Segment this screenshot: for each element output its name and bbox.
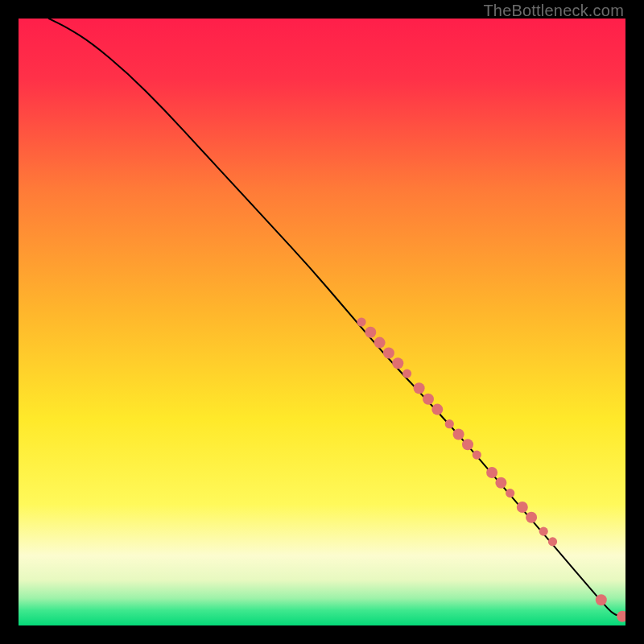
data-marker [506,489,514,497]
chart-svg [19,19,625,625]
data-marker [383,348,394,359]
data-marker [462,439,473,450]
data-marker [357,317,365,326]
data-marker [526,512,537,523]
data-marker [486,467,497,478]
data-marker [414,382,425,394]
data-marker [495,477,506,489]
data-marker [445,419,454,428]
data-marker [402,369,411,378]
data-marker [423,394,434,405]
data-marker [392,357,403,369]
chart-stage: TheBottleneck.com [0,0,644,644]
data-marker [365,327,376,338]
data-marker [473,451,481,460]
data-marker [539,527,548,536]
data-marker [548,537,557,546]
data-marker [453,429,464,440]
data-marker [517,502,528,513]
gradient-background [19,19,625,625]
data-marker [596,594,607,605]
data-marker [431,404,443,415]
plot-area [19,19,625,625]
data-marker [374,337,386,349]
watermark-text: TheBottleneck.com [483,2,624,20]
